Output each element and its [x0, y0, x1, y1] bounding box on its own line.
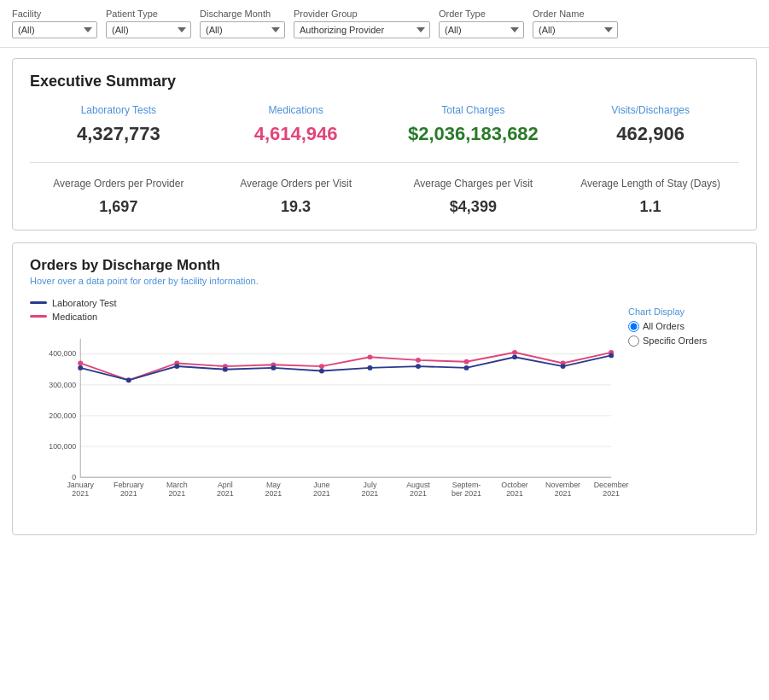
chart-display-label: Chart Display [628, 306, 685, 317]
svg-point-43 [416, 358, 421, 363]
metric-value: 4,327,773 [77, 123, 160, 145]
metric-label2: Average Orders per Visit [240, 177, 352, 191]
specific-orders-option[interactable]: Specific Orders [628, 335, 707, 347]
svg-text:2021: 2021 [313, 489, 330, 498]
svg-text:ber 2021: ber 2021 [451, 489, 481, 498]
metric-item2: Average Orders per Visit19.3 [207, 177, 385, 216]
legend-label: Medication [52, 312, 97, 322]
svg-point-51 [223, 367, 228, 372]
discharge-month-filter: Discharge Month (All) [200, 9, 285, 38]
svg-point-50 [174, 364, 179, 369]
metric-label2: Average Orders per Provider [53, 177, 184, 191]
svg-point-52 [271, 365, 276, 370]
chart-container: Laboratory TestMedication 0100,000200,00… [30, 298, 739, 521]
metric-value: 462,906 [616, 123, 685, 145]
svg-point-49 [126, 377, 131, 382]
svg-point-48 [78, 365, 83, 370]
chart-main: Laboratory TestMedication 0100,000200,00… [30, 298, 620, 521]
discharge-month-select[interactable]: (All) [200, 21, 285, 38]
svg-point-36 [78, 360, 83, 365]
chart-title: Orders by Discharge Month [30, 257, 739, 274]
svg-text:May: May [266, 481, 281, 489]
svg-text:2021: 2021 [217, 489, 234, 498]
svg-text:April: April [218, 481, 233, 489]
metric-item: Visits/Discharges462,906 [562, 104, 739, 145]
svg-text:200,000: 200,000 [49, 411, 76, 420]
svg-text:2021: 2021 [410, 489, 427, 498]
legend-color [30, 301, 47, 304]
order-name-label: Order Name [533, 9, 618, 19]
chart-section: Orders by Discharge Month Hover over a d… [12, 242, 757, 535]
chart-subtitle: Hover over a data point for order by fac… [30, 276, 739, 286]
metric-item2: Average Orders per Provider1,697 [30, 177, 207, 216]
svg-point-57 [512, 354, 517, 359]
svg-text:October: October [501, 481, 528, 489]
metric-label2: Average Length of Stay (Days) [580, 177, 720, 191]
patient-type-label: Patient Type [106, 9, 191, 19]
svg-point-42 [367, 354, 372, 359]
specific-orders-radio[interactable] [628, 335, 639, 347]
patient-type-select[interactable]: (All) [106, 21, 191, 38]
svg-text:2021: 2021 [120, 489, 137, 498]
svg-text:January: January [67, 481, 94, 489]
svg-point-54 [367, 365, 372, 370]
order-type-select[interactable]: (All) [439, 21, 524, 38]
metrics-divider [30, 162, 739, 163]
all-orders-option[interactable]: All Orders [628, 321, 685, 332]
all-orders-radio[interactable] [628, 321, 639, 332]
svg-text:December: December [594, 481, 629, 489]
chart-controls: Chart Display All Orders Specific Orders [628, 298, 739, 521]
main-content: Executive Summary Laboratory Tests4,327,… [0, 48, 769, 545]
specific-orders-label: Specific Orders [643, 335, 707, 346]
svg-point-44 [464, 359, 469, 365]
svg-text:2021: 2021 [265, 489, 283, 498]
metric-label2: Average Charges per Visit [414, 177, 533, 191]
svg-text:400,000: 400,000 [49, 349, 76, 358]
provider-group-select[interactable]: Authorizing Provider [294, 21, 430, 38]
metric-item: Medications4,614,946 [207, 104, 385, 145]
executive-summary-panel: Executive Summary Laboratory Tests4,327,… [12, 58, 757, 230]
svg-point-41 [319, 364, 324, 369]
facility-filter: Facility (All) [12, 9, 97, 38]
executive-summary-title: Executive Summary [30, 73, 739, 90]
metrics-row-2: Average Orders per Provider1,697Average … [30, 177, 739, 216]
metric-value2: 1.1 [640, 198, 661, 216]
svg-point-53 [319, 368, 324, 373]
order-name-select[interactable]: (All) [533, 21, 618, 38]
metric-label: Medications [269, 104, 323, 116]
svg-point-59 [609, 353, 614, 358]
svg-text:Septem-: Septem- [452, 481, 481, 489]
provider-group-label: Provider Group [294, 9, 430, 19]
metric-value: $2,036,183,682 [408, 123, 539, 145]
svg-point-58 [561, 364, 566, 369]
metric-item2: Average Charges per Visit$4,399 [385, 177, 562, 216]
svg-text:November: November [545, 481, 580, 489]
svg-text:2021: 2021 [362, 489, 379, 498]
metric-item: Total Charges$2,036,183,682 [385, 104, 562, 145]
order-name-filter: Order Name (All) [533, 9, 618, 38]
discharge-month-label: Discharge Month [200, 9, 285, 19]
metric-label: Visits/Discharges [611, 104, 690, 116]
svg-point-56 [464, 365, 469, 370]
svg-text:2021: 2021 [603, 489, 620, 498]
order-type-label: Order Type [439, 9, 524, 19]
order-type-filter: Order Type (All) [439, 9, 524, 38]
metric-value2: 19.3 [281, 198, 311, 216]
svg-text:2021: 2021 [72, 489, 89, 498]
facility-select[interactable]: (All) [12, 21, 97, 38]
svg-text:February: February [114, 481, 144, 489]
svg-text:August: August [406, 481, 430, 489]
metric-value2: 1,697 [99, 198, 137, 216]
all-orders-label: All Orders [643, 321, 685, 331]
svg-text:2021: 2021 [506, 489, 523, 498]
svg-text:2021: 2021 [168, 489, 185, 498]
legend-item: Laboratory Test [30, 298, 620, 308]
metric-label: Laboratory Tests [81, 104, 157, 116]
svg-text:March: March [166, 481, 188, 489]
chart-legend: Laboratory TestMedication [30, 298, 620, 322]
line-chart-svg: 0100,000200,000300,000400,000January2021… [30, 330, 620, 518]
legend-item: Medication [30, 312, 620, 322]
metric-item: Laboratory Tests4,327,773 [30, 104, 207, 145]
metric-label: Total Charges [441, 104, 504, 116]
svg-text:June: June [313, 481, 329, 489]
